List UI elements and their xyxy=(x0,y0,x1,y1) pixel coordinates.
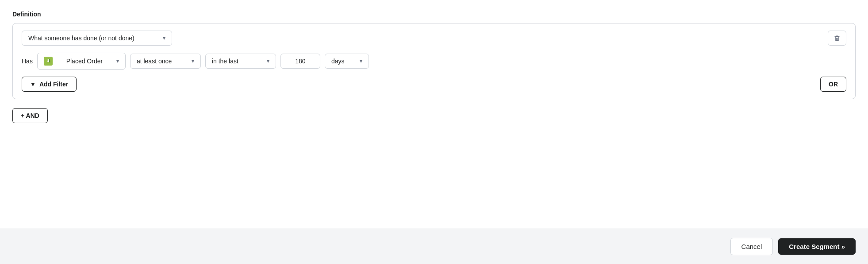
add-filter-button[interactable]: ▼ Add Filter xyxy=(22,77,77,92)
at-least-once-chevron-icon: ▾ xyxy=(192,58,194,64)
create-segment-label: Create Segment » xyxy=(789,243,845,250)
days-select[interactable]: days ▾ xyxy=(325,54,369,69)
svg-rect-0 xyxy=(44,57,53,66)
days-chevron-icon: ▾ xyxy=(360,58,362,64)
what-done-select[interactable]: What someone has done (or not done) ▾ xyxy=(22,31,172,46)
placed-order-label: Placed Order xyxy=(66,58,103,65)
and-button[interactable]: + AND xyxy=(12,108,48,123)
delete-button[interactable] xyxy=(828,31,846,46)
trash-icon xyxy=(833,35,841,42)
days-label: days xyxy=(331,58,345,65)
filter-row: Has Placed Order ▾ at least once ▾ xyxy=(22,53,846,70)
placed-order-select[interactable]: Placed Order ▾ xyxy=(37,53,126,70)
filter-icon: ▼ xyxy=(30,81,36,88)
section-title: Definition xyxy=(12,11,856,18)
definition-card: What someone has done (or not done) ▾ Ha… xyxy=(12,23,856,99)
cancel-label: Cancel xyxy=(741,243,762,250)
has-label: Has xyxy=(22,58,33,65)
or-label: OR xyxy=(829,81,838,88)
and-label: + AND xyxy=(21,112,39,119)
days-number-input[interactable]: 180 xyxy=(280,54,320,69)
at-least-once-select[interactable]: at least once ▾ xyxy=(130,54,201,69)
in-the-last-chevron-icon: ▾ xyxy=(267,58,269,64)
add-filter-label: Add Filter xyxy=(39,81,68,88)
shopify-icon xyxy=(44,57,53,66)
card-top-row: What someone has done (or not done) ▾ xyxy=(22,31,846,46)
what-done-chevron-icon: ▾ xyxy=(163,35,165,41)
create-segment-button[interactable]: Create Segment » xyxy=(778,238,856,255)
in-the-last-label: in the last xyxy=(212,58,238,65)
card-bottom-row: ▼ Add Filter OR xyxy=(22,77,846,92)
footer-bar: Cancel Create Segment » xyxy=(0,229,868,264)
cancel-button[interactable]: Cancel xyxy=(730,238,773,255)
at-least-once-label: at least once xyxy=(137,58,172,65)
placed-order-chevron-icon: ▾ xyxy=(116,58,119,64)
or-button[interactable]: OR xyxy=(820,77,846,92)
in-the-last-select[interactable]: in the last ▾ xyxy=(205,54,276,69)
what-done-label: What someone has done (or not done) xyxy=(28,35,134,42)
